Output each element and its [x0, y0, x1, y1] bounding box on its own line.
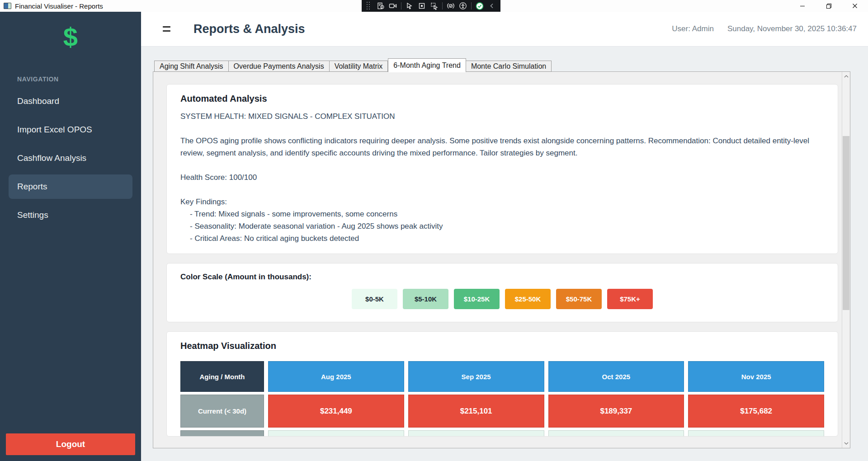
health-score: Health Score: 100/100: [180, 171, 824, 183]
camera-icon[interactable]: [389, 2, 397, 10]
tab-monte-carlo-simulation[interactable]: Monte Carlo Simulation: [466, 61, 552, 72]
heatmap-partial-cell: [268, 430, 404, 437]
app-icon: [4, 3, 11, 9]
finding-critical-areas: - Critical Areas: No critical aging buck…: [180, 232, 824, 245]
heatmap-row-partial: [180, 430, 824, 437]
datetime-label: Sunday, November 30, 2025 10:36:47: [727, 24, 857, 33]
scrollbar-thumb[interactable]: [843, 136, 849, 310]
navigation-section-label: NAVIGATION: [17, 75, 141, 83]
scroll-up-icon[interactable]: [842, 73, 850, 80]
cursor-icon[interactable]: [406, 2, 414, 10]
scroll-down-icon[interactable]: [842, 440, 850, 447]
legend-chip-25-50k: $25-50K: [505, 289, 551, 309]
color-scale-card: Color Scale (Amount in thousands): $0-5K…: [166, 263, 838, 322]
heatmap-value-sep: $215,101: [408, 395, 544, 428]
drag-handle-icon[interactable]: [364, 2, 373, 10]
heatmap-partial-cell: [408, 430, 544, 437]
target-check-icon[interactable]: [447, 2, 455, 10]
heatmap-partial-cell: [548, 430, 684, 437]
legend-chip-0-5k: $0-5K: [352, 289, 397, 309]
heatmap-corner-header: Aging / Month: [180, 361, 264, 392]
legend-chip-50-75k: $50-75K: [556, 289, 602, 309]
system-health-status: SYSTEM HEALTH: MIXED SIGNALS - COMPLEX S…: [180, 110, 824, 122]
cursor-capture-icon[interactable]: [430, 2, 438, 10]
sidebar-item-cashflow-analysis[interactable]: Cashflow Analysis: [9, 146, 132, 170]
heatmap-value-nov: $175,682: [688, 395, 824, 428]
heatmap-row-label-partial: [180, 430, 264, 437]
heatmap-value-aug: $231,449: [268, 395, 404, 428]
scroll-viewport: Automated Analysis SYSTEM HEALTH: MIXED …: [153, 72, 842, 448]
heatmap-row-label-current: Current (< 30d): [180, 395, 264, 428]
legend-chip-5-10k: $5-10K: [403, 289, 448, 309]
heatmap-header-row: Aging / Month Aug 2025 Sep 2025 Oct 2025…: [180, 361, 824, 392]
heatmap-col-sep-2025: Sep 2025: [408, 361, 544, 392]
finding-trend: - Trend: Mixed signals - some improvemen…: [180, 208, 824, 220]
user-label: User: Admin: [672, 24, 714, 33]
collapse-chevron-icon[interactable]: [488, 2, 496, 10]
heatmap-col-aug-2025: Aug 2025: [268, 361, 404, 392]
sidebar-item-reports[interactable]: Reports: [9, 174, 132, 199]
report-tabs: Aging Shift Analysis Overdue Payments An…: [154, 58, 552, 72]
titlebar: Financial Visualiser - Reports: [0, 0, 868, 12]
status-check-icon[interactable]: [476, 2, 484, 10]
tab-aging-shift-analysis[interactable]: Aging Shift Analysis: [154, 61, 229, 72]
key-findings-label: Key Findings:: [180, 196, 824, 208]
menu-toggle-icon[interactable]: [163, 26, 173, 32]
automated-analysis-title: Automated Analysis: [180, 94, 824, 104]
minimize-button[interactable]: [789, 0, 816, 12]
accessibility-icon[interactable]: [459, 2, 467, 10]
tab-overdue-payments-analysis[interactable]: Overdue Payments Analysis: [229, 61, 330, 72]
finding-seasonality: - Seasonality: Moderate seasonal variati…: [180, 220, 824, 232]
legend-chip-75k-plus: $75K+: [607, 289, 653, 309]
logout-button[interactable]: Logout: [6, 433, 135, 455]
heatmap-row-current: Current (< 30d) $231,449 $215,101 $189,3…: [180, 395, 824, 428]
script-settings-icon[interactable]: [377, 2, 385, 10]
tab-6-month-aging-trend[interactable]: 6-Month Aging Trend: [388, 58, 466, 72]
sidebar-item-settings[interactable]: Settings: [9, 203, 132, 227]
page-title: Reports & Analysis: [193, 22, 305, 36]
analysis-paragraph: The OPOS aging profile shows conflicting…: [180, 135, 824, 159]
tab-content-panel: Automated Analysis SYSTEM HEALTH: MIXED …: [153, 71, 850, 448]
page-header: Reports & Analysis User: Admin Sunday, N…: [141, 12, 868, 47]
tab-volatility-matrix[interactable]: Volatility Matrix: [330, 61, 388, 72]
sidebar-item-dashboard[interactable]: Dashboard: [9, 89, 132, 113]
heatmap-table: Aging / Month Aug 2025 Sep 2025 Oct 2025…: [180, 361, 824, 437]
heatmap-card: Heatmap Visualization Aging / Month Aug …: [166, 331, 838, 437]
heatmap-title: Heatmap Visualization: [180, 341, 824, 351]
heatmap-value-oct: $189,337: [548, 395, 684, 428]
window-controls: [789, 0, 868, 12]
heatmap-col-nov-2025: Nov 2025: [688, 361, 824, 392]
sidebar-item-import-excel-opos[interactable]: Import Excel OPOS: [9, 118, 132, 142]
frame-icon[interactable]: [418, 2, 426, 10]
color-scale-legend: $0-5K $5-10K $10-25K $25-50K $50-75K $75…: [180, 289, 824, 309]
heatmap-partial-cell: [688, 430, 824, 437]
automated-analysis-card: Automated Analysis SYSTEM HEALTH: MIXED …: [166, 84, 838, 254]
app-logo-dollar: $: [0, 22, 141, 52]
restore-button[interactable]: [816, 0, 842, 12]
legend-chip-10-25k: $10-25K: [454, 289, 500, 309]
vertical-scrollbar[interactable]: [842, 72, 850, 448]
window-title: Financial Visualiser - Reports: [15, 2, 103, 10]
heatmap-col-oct-2025: Oct 2025: [548, 361, 684, 392]
color-scale-label: Color Scale (Amount in thousands):: [180, 273, 824, 282]
close-button[interactable]: [842, 0, 868, 12]
recording-toolbar: [362, 0, 500, 12]
sidebar: $ NAVIGATION Dashboard Import Excel OPOS…: [0, 12, 141, 461]
